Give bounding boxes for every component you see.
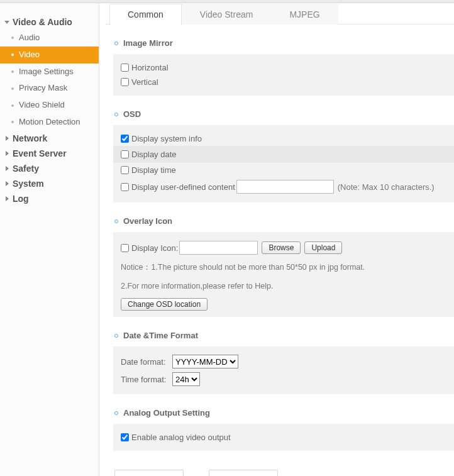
section-analog-output: Analog Output Setting Enable analog vide… — [106, 408, 454, 451]
sidebar-item-label: Video Shield — [19, 99, 65, 112]
svg-marker-5 — [6, 196, 9, 201]
section-bullet-icon — [114, 113, 118, 116]
sidebar-group-safety[interactable]: Safety — [0, 161, 99, 176]
section-title: OSD — [123, 109, 141, 119]
display-icon-checkbox[interactable] — [121, 244, 129, 252]
enable-analog-checkbox[interactable] — [121, 433, 129, 441]
sidebar-item-video-shield[interactable]: Video Shield — [0, 97, 99, 114]
enable-analog-label: Enable analog video output — [131, 433, 231, 442]
section-title: Date &Time Format — [123, 331, 198, 340]
tab-mjpeg[interactable]: MJPEG — [271, 4, 338, 25]
display-date-label: Display date — [131, 150, 177, 159]
tab-common[interactable]: Common — [109, 4, 182, 25]
chevron-right-icon — [4, 135, 10, 141]
sidebar-item-label: Audio — [19, 31, 40, 45]
chevron-right-icon — [4, 180, 10, 187]
svg-marker-3 — [6, 166, 9, 171]
chevron-right-icon — [4, 165, 10, 172]
sidebar-group-system[interactable]: System — [0, 176, 99, 191]
sidebar-item-label: Video — [19, 48, 40, 62]
system-info-checkbox[interactable] — [121, 135, 129, 143]
tab-video-stream[interactable]: Video Stream — [182, 4, 272, 25]
svg-marker-0 — [4, 21, 9, 24]
sidebar-group-label: Video & Audio — [13, 17, 72, 27]
sidebar: Video & Audio Audio Video Image Settings… — [0, 3, 99, 476]
system-info-label: Display system info — [131, 134, 202, 143]
sidebar-group-log[interactable]: Log — [0, 191, 99, 206]
footer-buttons: Save Reset — [114, 470, 454, 476]
user-defined-input[interactable] — [236, 180, 334, 194]
display-time-checkbox[interactable] — [121, 166, 129, 174]
display-icon-label: Display Icon: — [131, 243, 178, 253]
vertical-checkbox[interactable] — [121, 78, 129, 86]
display-icon-path-input[interactable] — [179, 241, 258, 255]
section-bullet-icon — [114, 334, 118, 338]
bullet-icon — [11, 121, 14, 123]
sidebar-group-label: Event Server — [13, 148, 67, 158]
chevron-down-icon — [4, 19, 10, 25]
section-date-time-format: Date &Time Format Date format: YYYY-MM-D… — [106, 331, 454, 394]
sidebar-item-motion-detection[interactable]: Motion Detection — [0, 114, 99, 131]
section-osd: OSD Display system info Display date Dis… — [106, 109, 454, 202]
reset-button[interactable]: Reset — [209, 470, 278, 476]
save-button[interactable]: Save — [114, 470, 184, 476]
sidebar-group-label: Log — [13, 194, 29, 204]
sidebar-group-video-audio[interactable]: Video & Audio — [0, 14, 99, 30]
time-format-select[interactable]: 24h — [172, 372, 200, 386]
sidebar-item-audio[interactable]: Audio — [0, 30, 99, 47]
bullet-icon — [11, 36, 14, 39]
section-bullet-icon — [114, 219, 118, 223]
section-title: Image Mirror — [123, 38, 173, 48]
user-defined-label: Display user-defined content — [131, 182, 235, 192]
bullet-icon — [11, 53, 14, 56]
svg-marker-1 — [6, 136, 9, 141]
vertical-label: Vertical — [131, 77, 158, 87]
sidebar-item-label: Privacy Mask — [19, 82, 67, 95]
user-defined-note: (Note: Max 10 characters.) — [338, 182, 435, 192]
svg-marker-2 — [6, 151, 9, 156]
sidebar-item-privacy-mask[interactable]: Privacy Mask — [0, 80, 99, 97]
content: Common Video Stream MJPEG Image Mirror H… — [99, 3, 454, 476]
display-date-checkbox[interactable] — [121, 150, 129, 158]
date-format-select[interactable]: YYYY-MM-DD — [172, 355, 238, 368]
sidebar-item-video[interactable]: Video — [0, 47, 99, 64]
tabs: Common Video Stream MJPEG — [106, 3, 454, 25]
sidebar-group-event-server[interactable]: Event Server — [0, 146, 99, 161]
sidebar-group-label: Network — [13, 133, 47, 143]
bullet-icon — [11, 70, 14, 73]
section-title: Analog Output Setting — [123, 408, 210, 418]
horizontal-label: Horizontal — [131, 63, 169, 72]
section-bullet-icon — [114, 42, 118, 45]
sidebar-group-label: System — [13, 179, 44, 189]
section-image-mirror: Image Mirror Horizontal Vertical — [106, 38, 454, 96]
svg-marker-4 — [6, 181, 9, 186]
section-overlay-icon: Overlay Icon Display Icon: Browse Upload… — [106, 216, 454, 317]
display-time-label: Display time — [131, 165, 176, 175]
bullet-icon — [11, 87, 14, 90]
bullet-icon — [11, 104, 14, 107]
section-title: Overlay Icon — [123, 216, 172, 226]
horizontal-checkbox[interactable] — [121, 64, 129, 72]
section-bullet-icon — [114, 411, 118, 415]
overlay-notice-2: 2.For more information,please refer to H… — [121, 282, 446, 291]
date-format-label: Date format: — [121, 357, 171, 367]
sidebar-item-label: Image Settings — [19, 65, 74, 79]
chevron-right-icon — [4, 150, 10, 157]
time-format-label: Time format: — [121, 375, 171, 384]
chevron-right-icon — [4, 196, 10, 202]
sidebar-group-label: Safety — [13, 163, 39, 174]
user-defined-checkbox[interactable] — [121, 183, 129, 191]
upload-button[interactable]: Upload — [304, 241, 342, 254]
overlay-notice-1: Notice：1.The picture should not be more … — [121, 262, 446, 273]
browse-button[interactable]: Browse — [262, 241, 301, 254]
sidebar-item-image-settings[interactable]: Image Settings — [0, 64, 99, 80]
change-osd-location-button[interactable]: Change OSD location — [121, 298, 208, 311]
sidebar-group-network[interactable]: Network — [0, 131, 99, 146]
sidebar-item-label: Motion Detection — [19, 116, 80, 129]
